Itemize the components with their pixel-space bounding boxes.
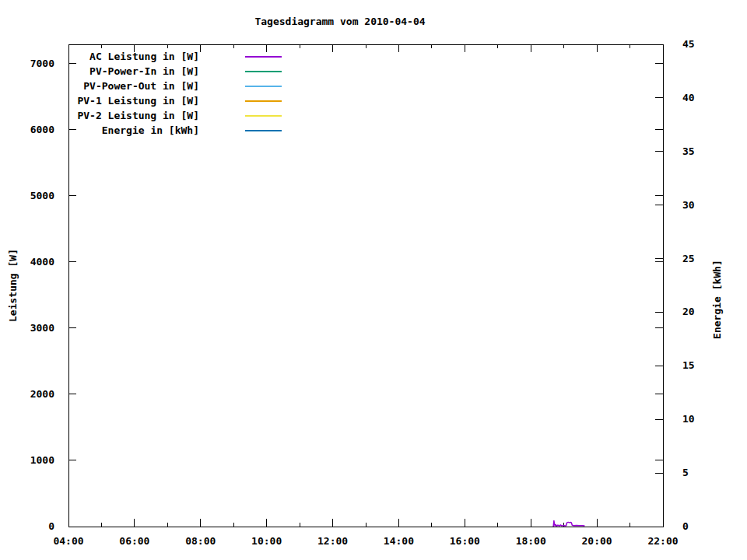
legend-item-ac-leistung: AC Leistung in [W] <box>67 49 282 64</box>
x-tick-label: 20:00 <box>582 535 612 547</box>
x-tick-label: 18:00 <box>516 535 546 547</box>
y2-tick-label: 40 <box>682 92 695 103</box>
y2-tick-label: 5 <box>682 467 689 478</box>
y2-tick-label: 20 <box>682 306 695 317</box>
legend-item-pv1-leistung: PV-1 Leistung in [W] <box>67 93 282 108</box>
legend-label: PV-1 Leistung in [W] <box>67 95 199 107</box>
legend-label: PV-Power-Out in [W] <box>67 80 199 92</box>
x-tick-label: 04:00 <box>53 535 83 547</box>
x-tick-label: 06:00 <box>119 535 149 547</box>
legend-line-swatch <box>245 100 282 102</box>
y1-tick-label: 7000 <box>30 58 54 69</box>
legend-line-swatch <box>245 86 282 87</box>
legend-label: PV-2 Leistung in [W] <box>67 110 199 121</box>
y1-tick-label: 2000 <box>30 388 54 400</box>
legend-line-swatch <box>245 71 282 72</box>
x-tick-label: 08:00 <box>185 535 216 547</box>
legend-item-pv-power-in: PV-Power-In in [W] <box>67 64 282 79</box>
x-tick-label: 10:00 <box>251 535 282 547</box>
y2-tick-label: 45 <box>682 38 695 50</box>
y2-tick-label: 30 <box>682 199 695 211</box>
legend-label: PV-Power-In in [W] <box>67 65 199 77</box>
legend-item-pv-power-out: PV-Power-Out in [W] <box>67 79 282 93</box>
legend-line-swatch <box>245 115 282 117</box>
legend-label: AC Leistung in [W] <box>67 51 199 62</box>
x-tick-label: 16:00 <box>450 535 480 547</box>
x-tick-label: 14:00 <box>384 535 414 547</box>
x-tick-label: 12:00 <box>317 535 348 547</box>
legend-item-energie: Energie in [kWh] <box>67 123 282 138</box>
y1-tick-label: 0 <box>48 520 54 532</box>
y1-tick-label: 5000 <box>30 190 54 201</box>
legend-item-pv2-leistung: PV-2 Leistung in [W] <box>67 108 282 123</box>
y1-tick-label: 6000 <box>30 124 54 135</box>
legend: AC Leistung in [W] PV-Power-In in [W] PV… <box>67 49 282 138</box>
y2-tick-label: 25 <box>682 253 695 264</box>
y2-tick-label: 15 <box>682 359 695 371</box>
legend-line-swatch <box>245 130 282 131</box>
legend-line-swatch <box>245 56 282 58</box>
y1-tick-label: 3000 <box>30 322 54 334</box>
legend-label: Energie in [kWh] <box>67 124 199 136</box>
x-tick-label: 22:00 <box>647 535 678 547</box>
y2-tick-label: 35 <box>682 145 695 157</box>
y1-tick-label: 1000 <box>30 454 54 466</box>
y1-tick-label: 4000 <box>30 256 54 268</box>
series-line-1 <box>553 521 584 527</box>
y2-tick-label: 10 <box>682 413 695 425</box>
y2-tick-label: 0 <box>682 520 689 532</box>
